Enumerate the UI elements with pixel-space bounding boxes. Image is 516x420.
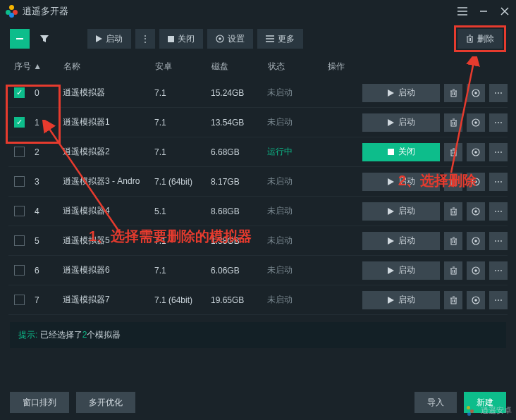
play-icon <box>388 119 394 126</box>
row-close-button[interactable]: 关闭 <box>362 143 440 161</box>
titlebar: 逍遥多开器 <box>0 0 516 23</box>
row-checkbox[interactable] <box>14 117 25 128</box>
window-arrange-button[interactable]: 窗口排列 <box>10 392 69 413</box>
table-body: 0逍遥模拟器7.115.24GB未启动启动⋯1逍遥模拟器17.113.54GB未… <box>0 78 516 315</box>
row-more-button[interactable]: ⋯ <box>489 143 508 161</box>
row-settings-button[interactable] <box>467 143 485 161</box>
row-android: 7.1 <box>154 88 211 98</box>
row-delete-button[interactable] <box>444 291 462 309</box>
svg-point-12 <box>474 180 477 183</box>
multi-optimize-button[interactable]: 多开优化 <box>76 392 135 413</box>
svg-point-5 <box>474 92 477 94</box>
row-ops: 启动⋯ <box>362 291 508 309</box>
row-more-button[interactable]: ⋯ <box>489 173 508 191</box>
row-ops: 启动⋯ <box>362 113 508 132</box>
row-settings-button[interactable] <box>467 232 485 250</box>
row-name: 逍遥模拟器7 <box>63 294 154 306</box>
row-name: 逍遥模拟器1 <box>63 116 154 128</box>
row-more-button[interactable]: ⋯ <box>489 261 508 280</box>
row-settings-button[interactable] <box>467 173 485 191</box>
row-start-button[interactable]: 启动 <box>362 261 440 280</box>
row-more-button[interactable]: ⋯ <box>489 291 508 309</box>
close-icon[interactable] <box>499 6 510 17</box>
table-row: 5逍遥模拟器57.11.38GB未启动启动⋯ <box>8 226 508 256</box>
table-row: 4逍遥模拟器45.18.68GB未启动启动⋯ <box>8 197 508 226</box>
svg-point-16 <box>474 240 477 242</box>
row-start-button[interactable]: 启动 <box>362 202 440 221</box>
row-checkbox[interactable] <box>14 176 25 187</box>
filter-icon[interactable] <box>34 34 55 44</box>
row-checkbox[interactable] <box>14 235 25 246</box>
minimize-icon[interactable] <box>478 6 489 17</box>
row-checkbox[interactable] <box>14 147 25 157</box>
row-delete-button[interactable] <box>444 261 462 280</box>
row-settings-button[interactable] <box>467 261 485 280</box>
app-title: 逍遥多开器 <box>23 5 68 18</box>
gear-icon <box>472 148 480 156</box>
menu-icon[interactable] <box>457 6 468 17</box>
trash-icon <box>450 237 457 245</box>
row-name: 逍遥模拟器2 <box>63 146 154 158</box>
trash-icon <box>450 207 457 216</box>
row-more-button[interactable]: ⋯ <box>489 113 508 132</box>
row-delete-button[interactable] <box>444 202 462 221</box>
col-ops: 操作 <box>328 61 506 73</box>
row-more-button[interactable]: ⋯ <box>489 84 508 102</box>
start-button[interactable]: 启动 <box>87 29 131 49</box>
start-more-button[interactable]: ⋮ <box>135 29 155 49</box>
play-icon <box>388 267 394 274</box>
svg-rect-0 <box>16 38 23 39</box>
row-disk: 6.68GB <box>211 147 267 157</box>
select-all-button[interactable] <box>10 29 30 49</box>
app-logo-icon <box>6 5 18 18</box>
col-disk: 磁盘 <box>211 61 268 73</box>
row-delete-button[interactable] <box>444 113 462 132</box>
row-delete-button[interactable] <box>444 84 462 102</box>
row-delete-button[interactable] <box>444 143 462 161</box>
row-settings-button[interactable] <box>467 113 485 132</box>
gear-icon <box>472 296 480 304</box>
more-button[interactable]: 更多 <box>257 29 303 49</box>
row-more-button[interactable]: ⋯ <box>489 232 508 250</box>
delete-button[interactable]: 删除 <box>457 29 503 49</box>
more-icon: ⋯ <box>494 177 503 187</box>
row-start-button[interactable]: 启动 <box>362 291 440 309</box>
row-delete-button[interactable] <box>444 173 462 191</box>
col-android: 安卓 <box>155 61 211 73</box>
table-header: 序号 ▲ 名称 安卓 磁盘 状态 操作 <box>0 55 516 78</box>
row-settings-button[interactable] <box>467 84 485 102</box>
row-android: 7.1 <box>154 236 211 246</box>
more-icon: ⋯ <box>494 206 503 216</box>
col-seq[interactable]: 序号 ▲ <box>14 61 63 73</box>
row-status: 未启动 <box>267 264 327 276</box>
settings-button[interactable]: 设置 <box>207 29 253 49</box>
trash-icon <box>450 266 457 275</box>
svg-rect-1 <box>168 36 174 42</box>
row-start-button[interactable]: 启动 <box>362 113 440 132</box>
row-checkbox[interactable] <box>14 206 25 216</box>
row-checkbox[interactable] <box>14 265 25 276</box>
row-name: 逍遥模拟器4 <box>63 205 154 217</box>
row-name: 逍遥模拟器5 <box>63 235 154 247</box>
row-settings-button[interactable] <box>467 202 485 221</box>
row-start-button[interactable]: 启动 <box>362 84 440 102</box>
close-button[interactable]: 关闭 <box>159 29 203 49</box>
row-ops: 启动⋯ <box>362 173 508 191</box>
more-icon: ⋯ <box>494 147 503 157</box>
row-settings-button[interactable] <box>467 291 485 309</box>
row-seq: 5 <box>35 236 63 246</box>
row-start-button[interactable]: 启动 <box>362 173 440 191</box>
row-disk: 19.65GB <box>211 295 267 305</box>
import-button[interactable]: 导入 <box>414 392 457 413</box>
row-more-button[interactable]: ⋯ <box>489 202 508 221</box>
row-start-button[interactable]: 启动 <box>362 232 440 250</box>
row-checkbox[interactable] <box>14 295 25 305</box>
row-disk: 1.38GB <box>211 236 267 246</box>
trash-icon <box>450 118 457 127</box>
row-delete-button[interactable] <box>444 232 462 250</box>
row-checkbox[interactable] <box>14 87 25 98</box>
row-name: 逍遥模拟器6 <box>63 264 154 276</box>
play-icon <box>388 237 394 245</box>
watermark: 逍遥安卓 <box>465 405 512 416</box>
row-android: 5.1 <box>154 206 211 216</box>
